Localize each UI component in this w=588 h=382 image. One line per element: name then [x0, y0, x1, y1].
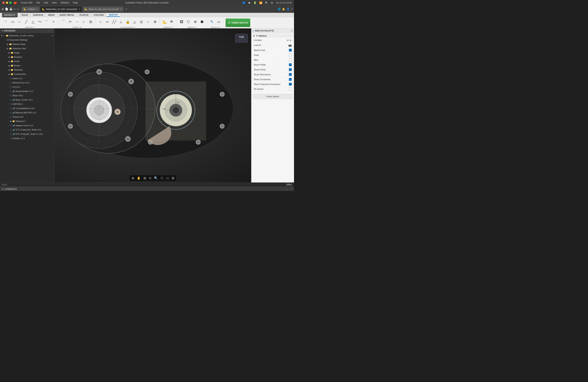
eye-icon-insert[interactable]: 👁	[8, 77, 10, 80]
zoom-fit-btn[interactable]: ⊙	[148, 176, 152, 180]
ribbon-tab-utilities[interactable]: UTILITIES	[91, 13, 106, 17]
tree-item-docsettings[interactable]: 👁 ⚙ Document Settings	[0, 38, 54, 42]
menu-window[interactable]: Window	[59, 0, 71, 5]
browser-arrow[interactable]: ◀	[1, 30, 3, 32]
view-compass[interactable]: TOP X Y Z	[234, 30, 249, 46]
snap-btn[interactable]: ⊕	[131, 176, 135, 180]
tree-item-lid[interactable]: 👁 ⬡ Lid v3:1	[0, 85, 54, 89]
ribbon-tab-solid[interactable]: SOLID	[19, 13, 30, 17]
eye-icon-docsettings[interactable]: 👁	[4, 39, 6, 41]
tree-item-bearing[interactable]: 👁 ⬡ 🔗 Bearing 686-2RS v1:1	[0, 110, 54, 115]
eye-icon-tensor[interactable]: 👁	[8, 116, 10, 118]
comments-options[interactable]: ⋯	[290, 188, 293, 190]
tree-item-bottomcover[interactable]: 👁 ⬡ BottomCover v4:1	[0, 81, 54, 85]
tab-bottomass[interactable]: 📐 BottomAss_V1 (v51~recovered)* ✕	[40, 7, 82, 12]
eye-icon-din[interactable]: 👁	[8, 103, 10, 105]
tab-base[interactable]: 📐 Base+J1_Ass (v13~recovered)* ✕	[83, 7, 124, 12]
tool-collinear[interactable]: ═	[104, 18, 110, 26]
tree-item-selectionsets[interactable]: 👁 ▶ 📁 Selection Sets	[0, 46, 54, 51]
tool-project[interactable]: ⬡	[185, 18, 191, 26]
tree-item-base[interactable]: 👁 ⬡ Base v16:1	[0, 93, 54, 98]
tree-item-pulley120[interactable]: 👁 ⬡ 🔗 GT2_Pulley120_Teeth v4:1	[0, 127, 54, 132]
eye-icon-base[interactable]: 👁	[8, 95, 10, 97]
checkbox-showpoints[interactable]: ✓	[289, 68, 292, 71]
user-icon[interactable]: 👤	[287, 8, 290, 11]
tool-offset[interactable]: ⊟	[87, 18, 94, 26]
tool-fillet[interactable]: ⌒	[60, 18, 66, 26]
linetype-prev-icon[interactable]: ◀	[287, 39, 288, 42]
eye-icon-bearing[interactable]: 👁	[8, 112, 10, 114]
tree-item-joints[interactable]: 👁 ▶ 📁 Joints	[0, 59, 54, 64]
finish-sketch-btn[interactable]: ✓ FINISH SKETCH	[226, 19, 250, 27]
eye-icon-stepper[interactable]: 👁	[8, 125, 10, 127]
tool-display[interactable]: 👁	[168, 18, 175, 26]
tree-item-basecenter[interactable]: 👁 ⬡ 🔗 Base_Center v6:1	[0, 98, 54, 102]
tool-tangent[interactable]: △	[131, 18, 138, 26]
tree-item-analysis[interactable]: 👁 ▶ 📁 Analysis	[0, 55, 54, 59]
tree-item-insert[interactable]: 👁 ⬡ Insert v2:1	[0, 76, 54, 81]
ribbon-tab-plastic[interactable]: PLASTIC	[77, 13, 91, 17]
new-icon[interactable]: 📄	[5, 8, 8, 11]
tree-item-bodies[interactable]: 👁 ▶ 📁 Bodies	[0, 64, 54, 68]
tool-rect[interactable]: ▭	[10, 18, 16, 26]
tree-item-cyclode[interactable]: 👁 ⬡ 🔗 CyclodeBottom v4:1	[0, 106, 54, 110]
tool-measure[interactable]: 📐	[162, 18, 168, 26]
zoom-out-btn[interactable]: 🔍	[153, 176, 159, 180]
tool-point[interactable]: +	[50, 18, 57, 26]
tool-intersect[interactable]: ⊗	[192, 18, 198, 26]
comments-bar[interactable]: ◀ COMMENTS − ⋯	[0, 187, 294, 191]
comments-collapse[interactable]: −	[286, 188, 288, 190]
grid-btn[interactable]: ⊞	[171, 176, 175, 180]
tab-untitled[interactable]: 📐 Untitled ✕	[22, 7, 40, 12]
display-mode-btn[interactable]: ⬡	[160, 176, 164, 180]
eye-icon-analysis[interactable]: 👁	[6, 56, 8, 58]
tool-spline[interactable]: 〜	[37, 18, 43, 26]
menu-view[interactable]: View	[50, 0, 59, 5]
tab-close-base[interactable]: ✕	[120, 8, 122, 10]
tool-polygon[interactable]: △	[30, 18, 36, 26]
tree-item-tensor[interactable]: 👁 ⬡ Tensor v4:1	[0, 115, 54, 119]
eye-icon-namedviews[interactable]: 👁	[4, 43, 6, 45]
notification-icon[interactable]: 🔔	[282, 8, 285, 11]
apple-menu[interactable]: 🍎	[12, 0, 19, 5]
eye-icon-cyclode[interactable]: 👁	[8, 107, 10, 109]
eye-icon-basecenter[interactable]: 👁	[8, 99, 10, 101]
tab-add-button[interactable]: +	[124, 7, 128, 11]
finish-sketch-palette-btn[interactable]: Finish Sketch	[253, 94, 293, 99]
minimize-button[interactable]	[6, 1, 8, 4]
eye-icon-pulley120[interactable]: 👁	[8, 129, 10, 131]
tree-item-din[interactable]: 👁 ⬡ DIN7991:1	[0, 102, 54, 106]
tool-concentric[interactable]: ◎	[138, 18, 145, 26]
eye-icon-pulley20[interactable]: 👁	[8, 133, 10, 135]
tab-close-bottomass[interactable]: ✕	[79, 8, 80, 10]
tool-arc[interactable]: ◜	[3, 18, 9, 26]
linetype-next-icon[interactable]: ▶	[290, 39, 292, 42]
view-mode-btn[interactable]: ▭	[165, 176, 170, 180]
grid-icon[interactable]: ⊞	[1, 8, 4, 11]
viewport[interactable]: 140 -100 -125	[54, 28, 251, 182]
help-icon[interactable]: ?	[291, 8, 293, 11]
ribbon-tab-sketch[interactable]: SKETCH	[106, 13, 120, 17]
tool-extend[interactable]: →	[74, 18, 80, 26]
tool-coincident[interactable]: ∩	[97, 18, 104, 26]
tool-window-select[interactable]: ▭	[216, 18, 222, 26]
menu-edit[interactable]: Edit	[42, 0, 50, 5]
eye-icon-bottomcover[interactable]: 👁	[8, 82, 10, 84]
traffic-lights[interactable]	[2, 1, 12, 4]
tool-sym[interactable]: ↔	[145, 18, 151, 26]
tool-lock[interactable]: 🔒	[125, 18, 131, 26]
tree-item-stepper[interactable]: 👁 ⬡ 🔗 stepper motor v1:1	[0, 123, 54, 127]
checkbox-showprojected[interactable]: ✓	[289, 83, 292, 85]
tree-root[interactable]: ▼ 👁 📁 BottomAss_V1 (v51~recove... ⚙	[0, 33, 54, 38]
ribbon-tab-surface[interactable]: SURFACE	[31, 13, 46, 17]
tree-item-origin[interactable]: 👁 ▶ 📁 Origin	[0, 51, 54, 55]
tool-perp[interactable]: ⊥	[118, 18, 124, 26]
checkbox-3dsketch[interactable]	[289, 88, 292, 90]
checkbox-showconstraints[interactable]: ✓	[289, 78, 292, 81]
tool-midpoint[interactable]: ⊕	[152, 18, 158, 26]
tool-break[interactable]: ⌐	[81, 18, 87, 26]
eye-icon-washers[interactable]: 👁	[8, 120, 10, 122]
tree-item-construction[interactable]: 👁 ▶ 📁 Construction	[0, 72, 54, 76]
eye-icon-construction[interactable]: 👁	[6, 73, 8, 75]
ribbon-tab-sheetmetal[interactable]: SHEET METAL	[57, 13, 77, 17]
